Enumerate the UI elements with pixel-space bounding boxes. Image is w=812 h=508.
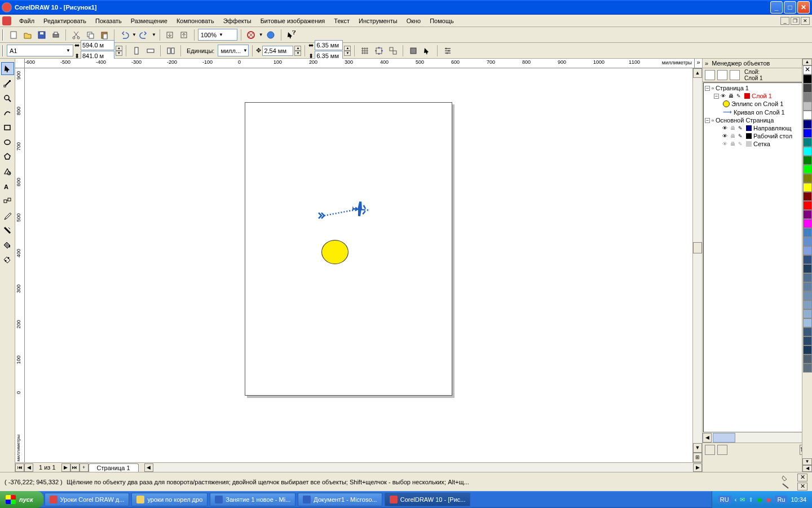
dup-x-input[interactable]: 6.35 мм <box>315 40 343 50</box>
eyedropper-tool[interactable] <box>1 209 14 222</box>
tree-page-node[interactable]: − ▫ Страница 1 <box>705 84 810 92</box>
printable-icon[interactable]: 🖶 <box>729 93 735 99</box>
cut-button[interactable] <box>69 28 82 41</box>
color-swatch[interactable] <box>803 183 812 192</box>
page-width-input[interactable]: 594.0 м <box>81 40 114 50</box>
tray-icon[interactable]: ◉ <box>766 496 771 503</box>
color-swatch[interactable] <box>803 75 812 84</box>
scroll-right-button[interactable]: ▶ <box>693 463 702 472</box>
edit-across-layers-button[interactable] <box>717 70 727 80</box>
color-swatch[interactable] <box>803 264 812 273</box>
color-swatch[interactable] <box>803 93 812 102</box>
color-swatch[interactable] <box>803 165 812 174</box>
interactive-fill-tool[interactable] <box>1 253 14 266</box>
color-swatch[interactable] <box>803 219 812 228</box>
tray-icon[interactable]: ◉ <box>757 496 762 503</box>
color-swatch[interactable] <box>803 120 812 129</box>
menu-edit[interactable]: Редактировать <box>39 16 91 26</box>
polygon-tool[interactable] <box>1 150 14 163</box>
close-button[interactable]: ✕ <box>797 1 810 14</box>
layer-color-icon[interactable] <box>746 141 752 147</box>
tree-master-page-node[interactable]: − ▫ Основной Страница <box>705 116 810 124</box>
color-swatch[interactable] <box>803 327 812 336</box>
visible-icon[interactable]: 👁 <box>721 93 727 99</box>
mdi-minimize-button[interactable]: _ <box>780 17 789 25</box>
horizontal-ruler[interactable]: -600-500-400-300-200-1000100200300400500… <box>15 59 702 68</box>
portrait-button[interactable] <box>130 44 143 57</box>
interactive-blend-tool[interactable] <box>1 194 14 207</box>
menu-help[interactable]: Помощь <box>425 16 458 26</box>
editable-icon[interactable]: ✎ <box>738 125 744 132</box>
scroll-thumb[interactable] <box>693 242 702 253</box>
undo-button[interactable] <box>118 28 131 41</box>
palette-up-button[interactable]: ▲ <box>802 59 812 65</box>
vertical-ruler[interactable]: миллиметры 9008007006005004003002001000 <box>15 68 25 462</box>
print-button[interactable] <box>49 28 62 41</box>
page-layout-button[interactable] <box>164 44 177 57</box>
text-tool[interactable]: A <box>1 179 14 192</box>
color-swatch[interactable] <box>803 291 812 300</box>
redo-button[interactable] <box>138 28 151 41</box>
next-page-button[interactable]: ▶ <box>61 463 70 472</box>
maximize-button[interactable]: □ <box>784 1 796 14</box>
color-swatch[interactable] <box>803 273 812 282</box>
color-swatch[interactable] <box>803 300 812 309</box>
ellipse-object[interactable] <box>321 240 348 264</box>
printable-icon[interactable]: 🖶 <box>730 141 736 147</box>
color-swatch[interactable] <box>803 84 812 93</box>
options-button[interactable] <box>441 44 454 57</box>
menu-bitmaps[interactable]: Битовые изображения <box>256 16 330 26</box>
object-tree[interactable]: − ▫ Страница 1 − 👁 🖶 ✎ Слой 1 Эллипс on … <box>703 82 811 432</box>
tree-curve-node[interactable]: ⟿ Кривая on Слой 1 <box>705 108 810 116</box>
menu-layout[interactable]: Размещение <box>126 16 172 26</box>
redo-dropdown[interactable]: ▼ <box>152 32 156 37</box>
visible-icon[interactable]: 👁 <box>722 125 729 132</box>
tree-layer-node[interactable]: − 👁 🖶 ✎ Слой 1 <box>705 92 810 100</box>
layer-color-icon[interactable] <box>746 125 752 131</box>
editable-icon[interactable]: ✎ <box>738 141 744 147</box>
app-launcher-dropdown[interactable]: ▼ <box>259 32 263 37</box>
whats-this-button[interactable]: ? <box>285 28 298 41</box>
paper-size-combo[interactable]: A1▼ <box>7 45 73 56</box>
start-button[interactable]: пуск <box>0 491 43 508</box>
navigator-button[interactable]: ⊞ <box>693 453 702 462</box>
no-fill-icon[interactable]: ✕ <box>797 474 807 481</box>
save-button[interactable] <box>35 28 48 41</box>
tree-grid-node[interactable]: 👁 🖶 ✎ Сетка <box>705 140 810 148</box>
landscape-button[interactable] <box>144 44 157 57</box>
tree-ellipse-node[interactable]: Эллипс on Слой 1 <box>705 100 810 108</box>
ruler-expand-button[interactable]: » <box>694 59 702 68</box>
color-swatch[interactable] <box>803 201 812 210</box>
new-button[interactable] <box>7 28 20 41</box>
scroll-left-button[interactable]: ◀ <box>703 433 712 443</box>
copy-button[interactable] <box>83 28 96 41</box>
units-combo[interactable]: милл...▼ <box>218 45 249 56</box>
undo-dropdown[interactable]: ▼ <box>132 32 136 37</box>
show-properties-button[interactable] <box>705 70 715 80</box>
shape-tool[interactable] <box>1 77 14 90</box>
tree-guides-node[interactable]: 👁 🖶 ✎ Направляющ <box>705 124 810 132</box>
treat-as-filled-button[interactable] <box>407 44 420 57</box>
tree-desktop-node[interactable]: 👁 🖶 ✎ Рабочий стол <box>705 132 810 140</box>
menu-view[interactable]: Показать <box>91 16 126 26</box>
taskbar-item[interactable]: Документ1 - Microso... <box>298 493 382 506</box>
palette-down-button[interactable]: ▼ <box>802 458 812 465</box>
toolbar-grip[interactable] <box>2 45 4 56</box>
color-swatch[interactable] <box>803 129 812 138</box>
ellipse-tool[interactable] <box>1 135 14 148</box>
collapse-icon[interactable]: − <box>705 86 710 91</box>
keyboard-layout[interactable]: Ru <box>775 496 787 503</box>
fill-tool[interactable] <box>1 238 14 251</box>
mdi-close-button[interactable]: ✕ <box>801 17 810 25</box>
color-swatch[interactable] <box>803 138 812 147</box>
color-swatch[interactable] <box>803 237 812 246</box>
paste-button[interactable] <box>98 28 111 41</box>
color-swatch[interactable] <box>803 192 812 201</box>
color-swatch[interactable] <box>803 102 812 111</box>
app-launcher-button[interactable] <box>245 28 258 41</box>
printable-icon[interactable]: 🖶 <box>730 125 736 132</box>
open-button[interactable] <box>21 28 34 41</box>
freehand-tool[interactable] <box>1 106 14 119</box>
horizontal-scrollbar[interactable]: ◀ ▶ <box>144 463 702 472</box>
snap-objects-button[interactable] <box>386 44 399 57</box>
